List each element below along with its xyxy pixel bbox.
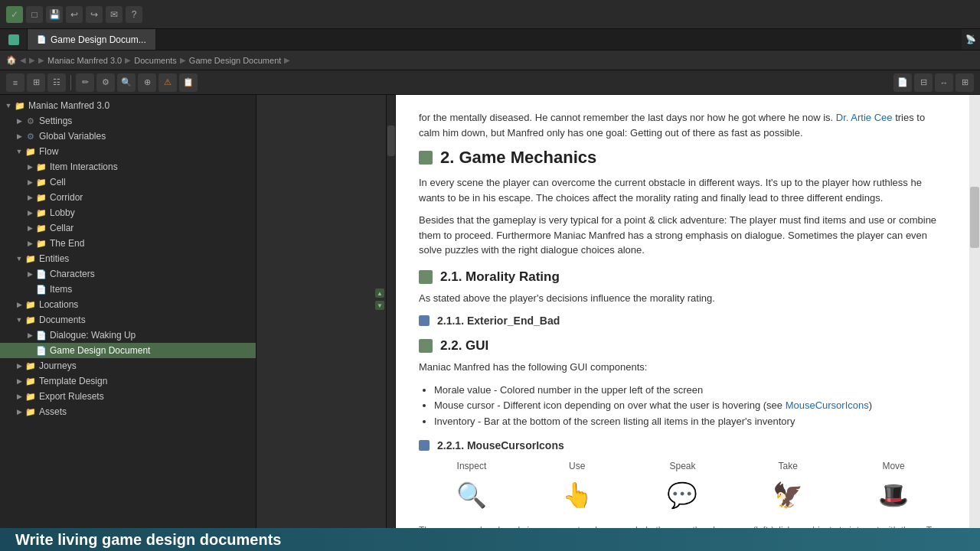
outline-scrollbar[interactable]: [387, 95, 396, 528]
sidebar-item-settings[interactable]: ▶ ⚙ Settings: [0, 113, 256, 129]
expand-btn[interactable]: ⊞: [956, 73, 974, 92]
section21-title: 2.1. Morality Rating: [440, 269, 560, 285]
check-icon[interactable]: ✓: [6, 6, 23, 23]
menu-toggle-btn[interactable]: ≡: [6, 73, 24, 92]
sidebar-label-flow: Flow: [39, 146, 58, 157]
cursor-icons-table: Inspect Use Speak Take Move 🔍 👆 💬 🦅 🎩: [419, 458, 946, 516]
assets-icon: 📁: [24, 406, 37, 418]
sync-btn[interactable]: ↔: [935, 73, 953, 92]
warning-btn[interactable]: ⚠: [158, 73, 177, 92]
section22-icon: [419, 339, 433, 353]
mouse-cursor-icons-link[interactable]: MouseCursorIcons: [786, 399, 869, 411]
sidebar-item-dialogue-waking[interactable]: ▶ 📄 Dialogue: Waking Up: [0, 328, 256, 343]
toggle-gdd[interactable]: [24, 345, 35, 356]
toggle-corridor[interactable]: ▶: [24, 192, 35, 203]
save-icon[interactable]: 💾: [46, 6, 63, 23]
sidebar-item-documents[interactable]: ▼ 📁 Documents: [0, 312, 256, 328]
list-btn[interactable]: ☷: [47, 73, 66, 92]
toggle-root[interactable]: ▼: [3, 100, 14, 111]
breadcrumb-bar: 🏠 ◀ ▶ ▶ Maniac Manfred 3.0 ▶ Documents ▶…: [0, 51, 980, 70]
toggle-documents[interactable]: ▼: [14, 315, 24, 325]
sidebar-item-global-vars[interactable]: ▶ ⚙ Global Variables: [0, 129, 256, 144]
toggle-items-doc[interactable]: [24, 284, 35, 295]
sidebar-item-journeys[interactable]: ▶ 📁 Journeys: [0, 358, 256, 373]
redo-icon[interactable]: ↪: [86, 6, 103, 23]
clipboard-btn[interactable]: 📋: [179, 73, 198, 92]
section211-title: 2.1.1. Exterior_End_Bad: [437, 315, 560, 327]
toggle-theend[interactable]: ▶: [24, 238, 35, 249]
sidebar-item-cell[interactable]: ▶ 📁 Cell: [0, 174, 256, 190]
breadcrumb-project[interactable]: Maniac Manfred 3.0: [47, 56, 122, 65]
sidebar-item-item-interactions[interactable]: ▶ 📁 Item Interactions: [0, 159, 256, 174]
mail-icon[interactable]: ✉: [106, 6, 122, 23]
undo-icon[interactable]: ↩: [66, 6, 83, 23]
toggle-settings[interactable]: ▶: [14, 116, 24, 126]
doc-scroll-thumb: [970, 187, 979, 248]
toggle-journeys[interactable]: ▶: [14, 360, 24, 371]
view-btn1[interactable]: 📄: [893, 73, 912, 92]
breadcrumb-documents[interactable]: Documents: [134, 56, 177, 65]
breadcrumb-current[interactable]: Game Design Document: [189, 56, 281, 65]
sidebar-label-export: Export Rulesets: [39, 391, 104, 402]
sidebar-item-root[interactable]: ▼ 📁 Maniac Manfred 3.0: [0, 98, 256, 113]
sidebar-item-locations[interactable]: ▶ 📁 Locations: [0, 297, 256, 312]
toggle-entities[interactable]: ▼: [14, 253, 24, 264]
settings-btn[interactable]: ⚙: [96, 73, 115, 92]
toggle-flow[interactable]: ▼: [14, 146, 24, 157]
dr-artie-link[interactable]: Dr. Artie Cee: [836, 112, 893, 123]
sidebar-label-corridor: Corridor: [50, 192, 83, 203]
edit-btn[interactable]: ✏: [76, 73, 94, 92]
toggle-cell[interactable]: ▶: [24, 177, 35, 187]
sidebar-item-cellar[interactable]: ▶ 📁 Cellar: [0, 220, 256, 236]
section2-heading: 2. Game Mechanics: [419, 148, 946, 168]
toggle-iteminteractions[interactable]: ▶: [24, 161, 35, 172]
sidebar-item-characters[interactable]: ▶ 📄 Characters: [0, 266, 256, 282]
locations-icon: 📁: [24, 298, 37, 311]
toggle-template[interactable]: ▶: [14, 376, 24, 386]
top-toolbar: ✓ □ 💾 ↩ ↪ ✉ ?: [0, 0, 980, 29]
sidebar-item-template-design[interactable]: ▶ 📁 Template Design: [0, 373, 256, 389]
main-layout: ▼ 📁 Maniac Manfred 3.0 ▶ ⚙ Settings ▶ ⚙ …: [0, 95, 980, 528]
sidebar-item-the-end[interactable]: ▶ 📁 The End: [0, 236, 256, 251]
home-icon[interactable]: 🏠: [6, 55, 17, 65]
sidebar-item-flow[interactable]: ▼ 📁 Flow: [0, 144, 256, 159]
sidebar-item-game-design-doc[interactable]: 📄 Game Design Document: [0, 343, 256, 358]
toggle-lobby[interactable]: ▶: [24, 207, 35, 218]
sidebar-item-items[interactable]: 📄 Items: [0, 282, 256, 297]
tab-label: Game Design Docum...: [51, 34, 146, 45]
outline-panel: ▲ ▼: [256, 95, 387, 528]
rss-icon[interactable]: 📡: [962, 29, 980, 50]
section221-heading: 2.2.1. MouseCursorIcons: [419, 439, 946, 452]
zoom-btn[interactable]: ⊕: [138, 73, 156, 92]
sidebar-label-theend: The End: [50, 238, 84, 249]
toggle-export[interactable]: ▶: [14, 391, 24, 402]
panel-up-arrow[interactable]: ▲: [375, 289, 384, 298]
doc-scrollbar[interactable]: [969, 95, 980, 528]
toggle-locations[interactable]: ▶: [14, 299, 24, 310]
section21-heading: 2.1. Morality Rating: [419, 269, 946, 285]
document-panel[interactable]: for the mentally diseased. He cannot rem…: [396, 95, 969, 528]
icon-inspect: 🔍: [419, 474, 524, 516]
toggle-dialogue[interactable]: ▶: [24, 330, 35, 341]
sidebar-item-assets[interactable]: ▶ 📁 Assets: [0, 404, 256, 419]
view-btn2[interactable]: ⊟: [914, 73, 933, 92]
theend-icon: 📁: [35, 237, 47, 249]
sidebar-item-export-rulesets[interactable]: ▶ 📁 Export Rulesets: [0, 389, 256, 404]
template-icon: 📁: [24, 375, 37, 387]
sidebar-item-lobby[interactable]: ▶ 📁 Lobby: [0, 205, 256, 220]
new-icon[interactable]: □: [26, 6, 43, 23]
panel-down-arrow[interactable]: ▼: [375, 301, 384, 310]
sidebar-label-documents: Documents: [39, 315, 86, 325]
toggle-assets[interactable]: ▶: [14, 406, 24, 417]
icon-speak: 💬: [630, 474, 736, 516]
toggle-cellar[interactable]: ▶: [24, 223, 35, 233]
grid-btn[interactable]: ⊞: [27, 73, 45, 92]
sidebar-item-entities[interactable]: ▼ 📁 Entities: [0, 251, 256, 266]
help-icon[interactable]: ?: [126, 6, 142, 23]
sidebar-label-globalvars: Global Variables: [39, 131, 106, 142]
sidebar-item-corridor[interactable]: ▶ 📁 Corridor: [0, 190, 256, 205]
toggle-globalvars[interactable]: ▶: [14, 131, 24, 142]
toggle-characters[interactable]: ▶: [24, 269, 35, 279]
search-btn[interactable]: 🔍: [117, 73, 136, 92]
tab-game-design-doc[interactable]: 📄 Game Design Docum...: [28, 29, 156, 50]
